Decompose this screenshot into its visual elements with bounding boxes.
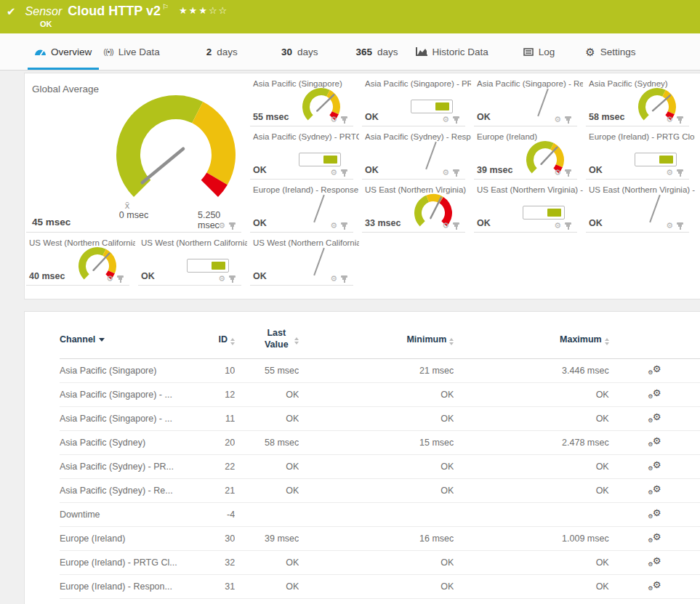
channel-table: Channel ID Last Value Minimum Maximum As… [60,321,700,599]
channel-settings-icon[interactable]: ⚙⚙ [648,412,661,424]
pin-icon[interactable] [453,222,459,230]
pin-icon[interactable] [341,222,347,230]
channel-value: OK [365,112,379,122]
pin-icon[interactable] [453,169,459,177]
gear-icon[interactable]: ⚙ [330,116,337,124]
col-header-last-value[interactable]: Last Value [261,328,291,350]
channel-toggle-indicator [187,259,229,273]
pin-icon[interactable] [229,222,236,230]
tab-label: days [297,47,318,57]
stars-filled[interactable]: ★★★ [179,5,209,16]
pin-icon[interactable] [565,222,571,230]
channel-settings-icon[interactable]: ⚙⚙ [648,436,661,448]
pin-icon[interactable] [453,116,459,124]
cell-channel[interactable]: Europe (Ireland) - PRTG Cl... [60,551,195,575]
channel-needle-indicator [425,142,437,169]
channel-settings-icon[interactable]: ⚙⚙ [648,508,661,520]
cell-channel[interactable]: Asia Pacific (Sydney) [60,431,195,455]
table-row[interactable]: Europe (Ireland) - PRTG Cl...32OKOKOK⚙⚙ [60,551,700,575]
channel-settings-icon[interactable]: ⚙⚙ [648,484,661,496]
gear-icon[interactable]: ⚙ [554,116,561,124]
pin-icon[interactable] [565,169,571,177]
sort-arrows-icon[interactable] [449,338,454,345]
cell-last-value: OK [235,455,299,479]
pin-icon[interactable] [677,116,683,124]
gear-icon[interactable]: ⚙ [442,169,449,177]
channel-settings-icon[interactable]: ⚙⚙ [648,556,661,568]
cell-channel[interactable]: Asia Pacific (Sydney) - Re... [60,479,195,503]
table-row[interactable]: Asia Pacific (Sydney) - Re...21OKOKOK⚙⚙ [60,479,700,503]
cell-maximum: 1.009 msec [454,527,608,551]
table-row[interactable]: Asia Pacific (Singapore) - ...11OKOKOK⚙⚙ [60,407,700,431]
gear-icon[interactable]: ⚙ [106,275,113,283]
flag-icon[interactable]: ⚐ [162,3,169,11]
channel-title: Asia Pacific (Singapore) - PR... [365,79,471,88]
sort-arrows-icon[interactable] [605,338,609,345]
overview-gauges-card: Global Average x̄ 0 msec 5.250 msec 45 m… [24,73,700,299]
gear-icon[interactable]: ⚙ [666,116,673,124]
cell-channel[interactable]: Asia Pacific (Sydney) - PR... [60,455,195,479]
tab-settings[interactable]: ⚙ Settings [585,33,635,70]
col-header-minimum[interactable]: Minimum [406,334,446,345]
col-header-id[interactable]: ID [219,334,228,345]
pin-icon[interactable] [341,116,347,124]
table-row[interactable]: Downtime-4⚙⚙ [60,503,700,527]
channel-settings-icon[interactable]: ⚙⚙ [648,532,661,544]
gear-icon[interactable]: ⚙ [330,275,337,283]
table-row[interactable]: Asia Pacific (Sydney) - PR...22OKOKOK⚙⚙ [60,455,700,479]
table-row[interactable]: Europe (Ireland)3039 msec16 msec1.009 ms… [60,527,700,551]
cell-maximum: OK [454,383,608,407]
cell-channel[interactable]: Downtime [60,503,195,527]
pin-icon[interactable] [341,275,347,283]
col-header-maximum[interactable]: Maximum [560,334,602,345]
tab-historic-data[interactable]: Historic Data [416,33,488,70]
table-row[interactable]: Europe (Ireland) - Respon...31OKOKOK⚙⚙ [60,575,700,599]
cell-channel[interactable]: Asia Pacific (Singapore) - ... [60,407,195,431]
tab-live-data[interactable]: ((•)) Live Data [103,33,160,70]
channel-panel: Asia Pacific (Sydney)58 msec ⚙ [586,73,689,126]
cell-channel[interactable]: Europe (Ireland) - Respon... [60,575,195,599]
tab-overview[interactable]: Overview [35,33,92,70]
priority-stars[interactable]: ★★★☆☆ [179,5,228,16]
gear-icon[interactable]: ⚙ [442,222,449,230]
gear-icon[interactable]: ⚙ [330,222,337,230]
gear-icon[interactable]: ⚙ [442,116,449,124]
sort-caret-icon[interactable] [99,338,105,342]
sort-arrows-icon[interactable] [230,338,235,345]
gear-icon[interactable]: ⚙ [666,222,673,230]
tab-log[interactable]: Log [523,33,555,70]
gear-icon[interactable]: ⚙ [218,275,225,283]
gear-icon[interactable]: ⚙ [218,222,225,230]
table-row[interactable]: Asia Pacific (Singapore)1055 msec21 msec… [60,359,700,383]
tab-2-days[interactable]: 2 days [206,33,238,70]
channel-settings-icon[interactable]: ⚙⚙ [648,580,661,592]
pin-icon[interactable] [117,275,124,283]
gear-icon[interactable]: ⚙ [554,222,561,230]
gear-icon[interactable]: ⚙ [666,169,673,177]
pin-icon[interactable] [229,275,236,283]
channel-value: OK [589,218,603,228]
gear-icon[interactable]: ⚙ [330,169,337,177]
pin-icon[interactable] [565,116,571,124]
channel-panel: US East (Northern Virginia)33 msec ⚙ [362,180,465,233]
sort-arrows-icon[interactable] [294,337,299,345]
cell-channel[interactable]: Asia Pacific (Singapore) [60,359,195,383]
pin-icon[interactable] [677,222,683,230]
channel-settings-icon[interactable]: ⚙⚙ [648,364,661,376]
channel-settings-icon[interactable]: ⚙⚙ [648,388,661,400]
tab-label: Log [539,47,555,57]
tab-30-days[interactable]: 30 days [281,33,318,70]
cell-minimum: 16 msec [299,527,454,551]
pin-icon[interactable] [341,169,347,177]
stars-empty[interactable]: ☆☆ [209,5,228,16]
table-row[interactable]: Asia Pacific (Singapore) - ...12OKOKOK⚙⚙ [60,383,700,407]
gear-icon[interactable]: ⚙ [554,169,561,177]
cell-channel[interactable]: Asia Pacific (Singapore) - ... [60,383,195,407]
tab-365-days[interactable]: 365 days [355,33,398,70]
cell-channel[interactable]: Europe (Ireland) [60,527,195,551]
col-header-channel[interactable]: Channel [60,334,95,345]
status-check-icon: ✔ [7,5,16,18]
channel-settings-icon[interactable]: ⚙⚙ [648,460,661,472]
table-row[interactable]: Asia Pacific (Sydney)2058 msec15 msec2.4… [60,431,700,455]
pin-icon[interactable] [677,169,683,177]
